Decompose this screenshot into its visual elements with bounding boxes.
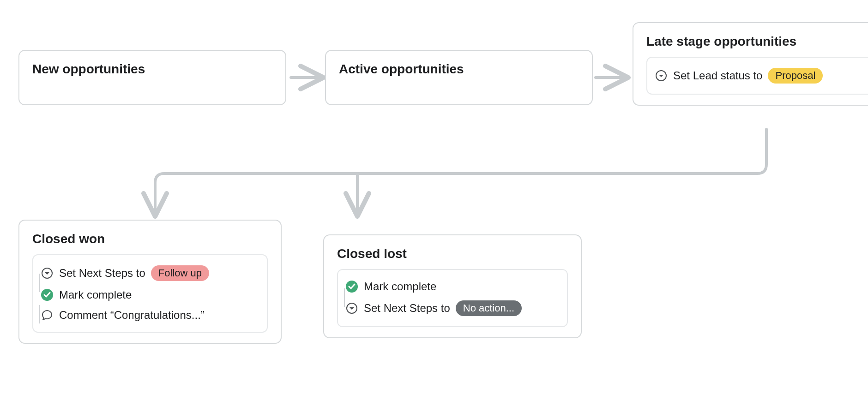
- rules-list: Set Lead status to Proposal: [646, 57, 868, 95]
- rule-text: Comment “Congratulations...”: [59, 309, 205, 322]
- stage-title: Active opportunities: [339, 61, 579, 77]
- status-pill-no-action: No action...: [456, 300, 522, 316]
- workflow-diagram: New opportunities Active opportunities L…: [0, 0, 868, 395]
- rule-text: Set Next Steps to: [59, 267, 145, 280]
- rule-mark-complete[interactable]: Mark complete: [345, 276, 560, 297]
- comment-icon: [41, 309, 54, 322]
- stage-closed-won[interactable]: Closed won Set Next Steps to Follow up M…: [18, 220, 282, 344]
- rule-comment[interactable]: Comment “Congratulations...”: [41, 305, 259, 325]
- rule-text: Set Lead status to: [673, 69, 762, 82]
- rule-set-next-steps[interactable]: Set Next Steps to No action...: [345, 297, 560, 320]
- stage-title: Closed won: [32, 231, 268, 247]
- rules-list: Set Next Steps to Follow up Mark complet…: [32, 254, 268, 333]
- dropdown-icon: [655, 69, 668, 82]
- dropdown-icon: [345, 302, 358, 315]
- status-pill-follow-up: Follow up: [151, 265, 209, 281]
- stage-title: Closed lost: [337, 245, 568, 262]
- rule-text: Mark complete: [59, 288, 132, 301]
- rule-set-next-steps[interactable]: Set Next Steps to Follow up: [41, 262, 259, 285]
- rules-list: Mark complete Set Next Steps to No actio…: [337, 269, 568, 327]
- check-circle-icon: [41, 288, 54, 301]
- stage-late-stage-opportunities[interactable]: Late stage opportunities Set Lead status…: [633, 22, 868, 106]
- stage-title: Late stage opportunities: [646, 33, 868, 49]
- status-pill-proposal: Proposal: [768, 68, 823, 84]
- rule-mark-complete[interactable]: Mark complete: [41, 285, 259, 305]
- check-circle-icon: [345, 280, 358, 293]
- rule-text: Mark complete: [364, 280, 436, 293]
- stage-new-opportunities[interactable]: New opportunities: [18, 50, 286, 105]
- stage-title: New opportunities: [32, 61, 272, 77]
- dropdown-icon: [41, 267, 54, 280]
- stage-closed-lost[interactable]: Closed lost Mark complete Set Next Steps…: [323, 234, 582, 338]
- stage-active-opportunities[interactable]: Active opportunities: [325, 50, 593, 105]
- rule-text: Set Next Steps to: [364, 302, 450, 315]
- rule-set-lead-status[interactable]: Set Lead status to Proposal: [655, 64, 868, 87]
